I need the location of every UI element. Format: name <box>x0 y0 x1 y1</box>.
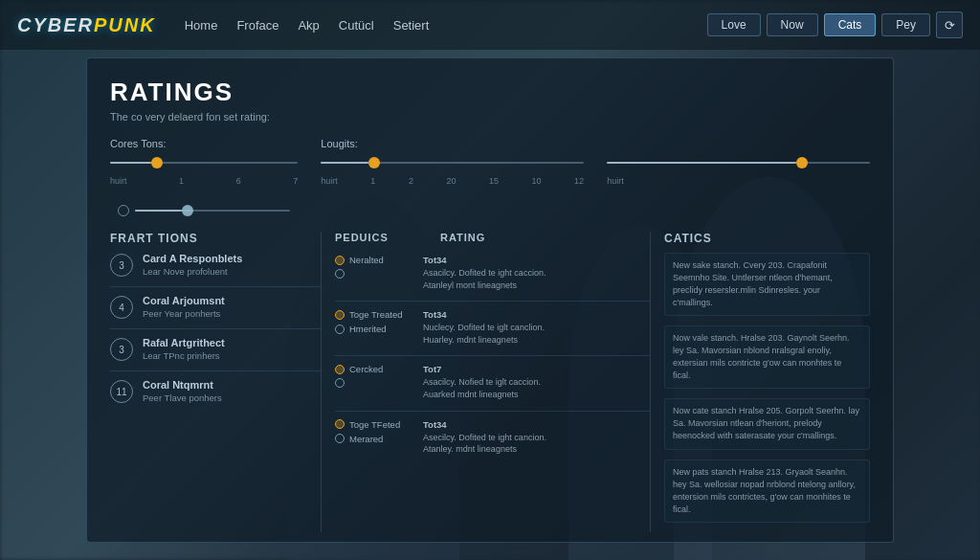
radio-item[interactable] <box>335 269 412 279</box>
details-text-4b: Atanley. mdnt lineagnets <box>423 443 650 456</box>
radio-circle[interactable] <box>335 310 345 320</box>
slider-1-thumb[interactable] <box>151 157 163 168</box>
second-slider-fill <box>135 210 182 212</box>
radio-item[interactable]: Neralted <box>335 255 412 265</box>
second-slider-track[interactable] <box>118 203 290 218</box>
radio-label: Toge Treated <box>349 309 402 320</box>
logo-part1: Cyber <box>17 14 94 35</box>
radio-label: Neralted <box>349 255 384 265</box>
catics-text-4: New pats stanch Hralse 213. Gryaolt Sean… <box>673 466 861 516</box>
catics-text-2: Now vale stanch. Hralse 203. Gaynolt See… <box>673 332 861 382</box>
slider-2-line <box>321 162 584 164</box>
panel-subtitle: The co very delaerd fon set rating: <box>110 111 870 123</box>
table-row: 11 Coral Ntqmrnt Peer Tlave ponhers <box>110 379 321 403</box>
radio-item[interactable]: Cercked <box>335 364 412 374</box>
radio-group-1: Neralted <box>335 255 412 279</box>
btn-now[interactable]: Now <box>767 13 818 36</box>
details-text-2a: Nuclecy. Dofited te iglt canclion. <box>423 322 650 334</box>
slider-2-marks: huirt 1 2 20 15 10 12 <box>321 176 584 186</box>
second-slider-group <box>118 203 290 218</box>
slider-1-label: Cores Tons: <box>110 138 298 149</box>
slider-3-line <box>607 162 870 164</box>
radio-label: Hmerited <box>349 324 387 334</box>
rating-number-1: 3 <box>110 254 133 277</box>
nav-akp[interactable]: Akp <box>298 18 319 33</box>
logo: Cyberpunk <box>17 14 156 36</box>
slider-2-fill <box>321 162 368 164</box>
radio-circle[interactable] <box>335 365 345 374</box>
slider-3-track[interactable] <box>607 155 870 170</box>
catics-block-1: New sake stanch. Cvery 203. Crapafonit S… <box>664 253 870 316</box>
mid-table-row: Toge TFeted Merared Tot34 Asecilcy. Dofi… <box>335 419 650 456</box>
divider-2 <box>110 328 321 329</box>
radio-item[interactable]: Toge TFeted <box>335 419 412 430</box>
btn-love[interactable]: Love <box>707 13 761 36</box>
nav-froface[interactable]: Froface <box>236 18 278 33</box>
logo-part2: punk <box>94 14 156 35</box>
table-col-mid: Peduics Rating Neralted Tot34 Asacilcy. … <box>321 232 650 532</box>
col-right-header: Catics <box>664 232 870 245</box>
nav-home[interactable]: Home <box>185 18 218 33</box>
details-total-4: Tot34 <box>423 419 650 430</box>
rating-info-3: Rafal Artgrithect Lear TPnc prinhers <box>143 337 321 361</box>
rating-sub-3: Lear TPnc prinhers <box>143 350 321 361</box>
slider-3-thumb[interactable] <box>796 157 808 168</box>
rating-info-1: Card A Responblets Lear Nove profoluent <box>143 253 321 277</box>
radio-item[interactable]: Merared <box>335 434 412 444</box>
rating-title-1: Card A Responblets <box>143 253 321 264</box>
radio-group-4: Toge TFeted Merared <box>335 419 412 444</box>
slider-1-marks: huirt 1 6 7 <box>110 176 298 186</box>
divider-3 <box>110 370 321 371</box>
rating-info-4: Coral Ntqmrnt Peer Tlave ponhers <box>143 379 321 403</box>
second-slider-line <box>135 210 290 212</box>
radio-label: Cercked <box>349 364 383 374</box>
btn-pey[interactable]: Pey <box>881 13 930 36</box>
second-slider-thumb[interactable] <box>182 205 193 216</box>
second-slider-circle[interactable] <box>118 205 129 216</box>
table-col-right: Catics New sake stanch. Cvery 203. Crapa… <box>650 232 870 532</box>
refresh-button[interactable]: ⟳ <box>936 11 963 38</box>
nav-setiert[interactable]: Setiert <box>393 18 430 33</box>
radio-group-2: Toge Treated Hmerited <box>335 309 412 334</box>
radio-circle[interactable] <box>335 269 345 279</box>
details-col-3: Tot7 Asacilcy. Nofied te iglt caccion. A… <box>423 364 650 400</box>
radio-item[interactable] <box>335 378 412 388</box>
mid-divider-1 <box>335 301 650 302</box>
slider-2-track[interactable] <box>321 155 584 170</box>
details-total-2: Tot34 <box>423 309 650 320</box>
radio-circle[interactable] <box>335 378 345 388</box>
table-row: 4 Coral Arjoumsnt Peer Year ponherts <box>110 295 321 319</box>
radio-circle[interactable] <box>335 256 345 265</box>
mid-headers: Peduics Rating <box>335 232 650 249</box>
details-col-4: Tot34 Asecilcy. Dofited te ight cancion.… <box>423 419 650 456</box>
btn-cats[interactable]: Cats <box>824 13 877 36</box>
col-left-header: Frart Tions <box>110 232 321 245</box>
details-text-1a: Asacilcy. Dofited te ight caccion. <box>423 267 650 280</box>
table-row: 3 Card A Responblets Lear Nove profoluen… <box>110 253 321 277</box>
slider-1-track[interactable] <box>110 155 298 170</box>
slider-group-3: huirt <box>607 138 870 186</box>
mid-col-peduics-header: Peduics <box>335 232 421 243</box>
details-text-4a: Asecilcy. Dofited te ight cancion. <box>423 432 650 444</box>
details-text-1b: Atanleyl mont lineagnets <box>423 280 650 292</box>
radio-circle[interactable] <box>335 419 345 429</box>
nav-cutucl[interactable]: Cutücl <box>339 18 374 33</box>
catics-block-2: Now vale stanch. Hralse 203. Gaynolt See… <box>664 325 870 389</box>
radio-circle[interactable] <box>335 434 345 443</box>
nav-links: Home Froface Akp Cutücl Setiert <box>185 18 707 33</box>
mid-divider-2 <box>335 355 650 356</box>
radio-label: Toge TFeted <box>349 419 400 430</box>
table-section: Frart Tions 3 Card A Responblets Lear No… <box>110 232 870 532</box>
radio-item[interactable]: Toge Treated <box>335 309 412 320</box>
details-col-2: Tot34 Nuclecy. Dofited te iglt canclion.… <box>423 309 650 346</box>
radio-circle[interactable] <box>335 325 345 334</box>
slider-2-label: Lougits: <box>321 138 584 149</box>
radio-item[interactable]: Hmerited <box>335 324 412 334</box>
slider-2-thumb[interactable] <box>368 157 380 168</box>
divider-1 <box>110 286 321 287</box>
rating-sub-4: Peer Tlave ponhers <box>143 392 321 403</box>
mid-divider-3 <box>335 411 650 412</box>
catics-block-3: Now cate stanch Hralse 205. Gorpolt Seer… <box>664 398 870 449</box>
nav-buttons: Love Now Cats Pey ⟳ <box>707 11 963 38</box>
rating-number-4: 11 <box>110 380 133 403</box>
